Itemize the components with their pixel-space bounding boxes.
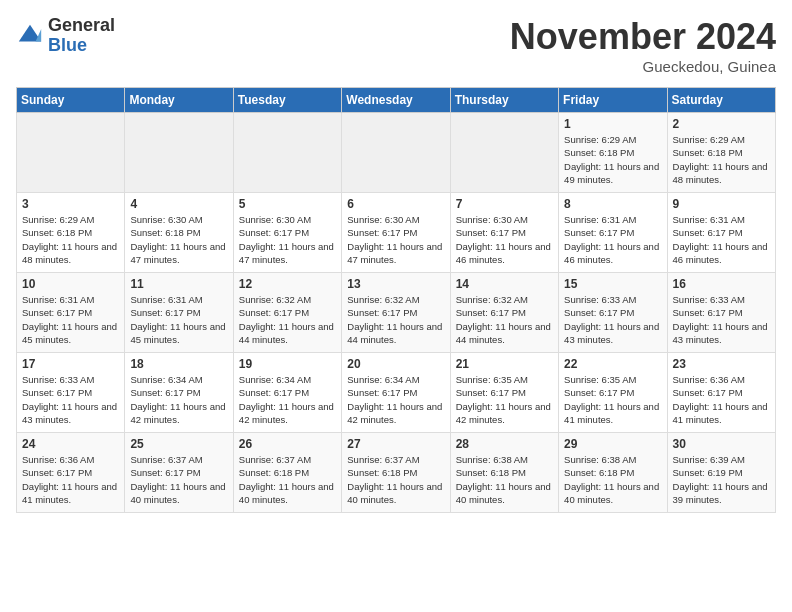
day-number: 18 xyxy=(130,357,227,371)
calendar-week-row: 1Sunrise: 6:29 AM Sunset: 6:18 PM Daylig… xyxy=(17,113,776,193)
day-number: 28 xyxy=(456,437,553,451)
day-info: Sunrise: 6:37 AM Sunset: 6:18 PM Dayligh… xyxy=(239,453,336,506)
day-number: 11 xyxy=(130,277,227,291)
day-number: 1 xyxy=(564,117,661,131)
day-info: Sunrise: 6:33 AM Sunset: 6:17 PM Dayligh… xyxy=(673,293,770,346)
calendar-table: Sunday Monday Tuesday Wednesday Thursday… xyxy=(16,87,776,513)
day-number: 8 xyxy=(564,197,661,211)
day-info: Sunrise: 6:34 AM Sunset: 6:17 PM Dayligh… xyxy=(239,373,336,426)
table-row: 29Sunrise: 6:38 AM Sunset: 6:18 PM Dayli… xyxy=(559,433,667,513)
day-number: 9 xyxy=(673,197,770,211)
day-info: Sunrise: 6:37 AM Sunset: 6:18 PM Dayligh… xyxy=(347,453,444,506)
table-row: 4Sunrise: 6:30 AM Sunset: 6:18 PM Daylig… xyxy=(125,193,233,273)
day-info: Sunrise: 6:38 AM Sunset: 6:18 PM Dayligh… xyxy=(564,453,661,506)
day-info: Sunrise: 6:29 AM Sunset: 6:18 PM Dayligh… xyxy=(22,213,119,266)
col-tuesday: Tuesday xyxy=(233,88,341,113)
logo-general-text: General xyxy=(48,16,115,36)
table-row: 21Sunrise: 6:35 AM Sunset: 6:17 PM Dayli… xyxy=(450,353,558,433)
day-number: 16 xyxy=(673,277,770,291)
table-row xyxy=(233,113,341,193)
day-number: 21 xyxy=(456,357,553,371)
day-info: Sunrise: 6:29 AM Sunset: 6:18 PM Dayligh… xyxy=(564,133,661,186)
day-number: 14 xyxy=(456,277,553,291)
month-title: November 2024 xyxy=(510,16,776,58)
calendar-week-row: 10Sunrise: 6:31 AM Sunset: 6:17 PM Dayli… xyxy=(17,273,776,353)
calendar-week-row: 17Sunrise: 6:33 AM Sunset: 6:17 PM Dayli… xyxy=(17,353,776,433)
day-number: 30 xyxy=(673,437,770,451)
logo-blue-text: Blue xyxy=(48,36,115,56)
calendar-week-row: 3Sunrise: 6:29 AM Sunset: 6:18 PM Daylig… xyxy=(17,193,776,273)
table-row xyxy=(342,113,450,193)
day-number: 5 xyxy=(239,197,336,211)
day-info: Sunrise: 6:32 AM Sunset: 6:17 PM Dayligh… xyxy=(239,293,336,346)
page-header: General Blue November 2024 Gueckedou, Gu… xyxy=(16,16,776,75)
table-row xyxy=(125,113,233,193)
table-row: 10Sunrise: 6:31 AM Sunset: 6:17 PM Dayli… xyxy=(17,273,125,353)
day-number: 6 xyxy=(347,197,444,211)
table-row: 26Sunrise: 6:37 AM Sunset: 6:18 PM Dayli… xyxy=(233,433,341,513)
day-number: 15 xyxy=(564,277,661,291)
table-row xyxy=(17,113,125,193)
day-info: Sunrise: 6:32 AM Sunset: 6:17 PM Dayligh… xyxy=(456,293,553,346)
day-info: Sunrise: 6:30 AM Sunset: 6:17 PM Dayligh… xyxy=(456,213,553,266)
table-row: 17Sunrise: 6:33 AM Sunset: 6:17 PM Dayli… xyxy=(17,353,125,433)
day-info: Sunrise: 6:39 AM Sunset: 6:19 PM Dayligh… xyxy=(673,453,770,506)
day-number: 25 xyxy=(130,437,227,451)
day-info: Sunrise: 6:35 AM Sunset: 6:17 PM Dayligh… xyxy=(564,373,661,426)
day-info: Sunrise: 6:35 AM Sunset: 6:17 PM Dayligh… xyxy=(456,373,553,426)
table-row: 9Sunrise: 6:31 AM Sunset: 6:17 PM Daylig… xyxy=(667,193,775,273)
table-row xyxy=(450,113,558,193)
day-number: 13 xyxy=(347,277,444,291)
day-info: Sunrise: 6:30 AM Sunset: 6:17 PM Dayligh… xyxy=(347,213,444,266)
day-number: 27 xyxy=(347,437,444,451)
title-block: November 2024 Gueckedou, Guinea xyxy=(510,16,776,75)
day-number: 23 xyxy=(673,357,770,371)
col-thursday: Thursday xyxy=(450,88,558,113)
day-number: 4 xyxy=(130,197,227,211)
day-number: 12 xyxy=(239,277,336,291)
day-number: 26 xyxy=(239,437,336,451)
calendar-week-row: 24Sunrise: 6:36 AM Sunset: 6:17 PM Dayli… xyxy=(17,433,776,513)
day-info: Sunrise: 6:29 AM Sunset: 6:18 PM Dayligh… xyxy=(673,133,770,186)
day-info: Sunrise: 6:30 AM Sunset: 6:17 PM Dayligh… xyxy=(239,213,336,266)
table-row: 5Sunrise: 6:30 AM Sunset: 6:17 PM Daylig… xyxy=(233,193,341,273)
day-info: Sunrise: 6:34 AM Sunset: 6:17 PM Dayligh… xyxy=(130,373,227,426)
col-sunday: Sunday xyxy=(17,88,125,113)
day-info: Sunrise: 6:33 AM Sunset: 6:17 PM Dayligh… xyxy=(22,373,119,426)
day-number: 17 xyxy=(22,357,119,371)
day-number: 24 xyxy=(22,437,119,451)
day-number: 19 xyxy=(239,357,336,371)
day-number: 22 xyxy=(564,357,661,371)
table-row: 24Sunrise: 6:36 AM Sunset: 6:17 PM Dayli… xyxy=(17,433,125,513)
day-number: 2 xyxy=(673,117,770,131)
logo: General Blue xyxy=(16,16,115,56)
table-row: 1Sunrise: 6:29 AM Sunset: 6:18 PM Daylig… xyxy=(559,113,667,193)
table-row: 15Sunrise: 6:33 AM Sunset: 6:17 PM Dayli… xyxy=(559,273,667,353)
table-row: 13Sunrise: 6:32 AM Sunset: 6:17 PM Dayli… xyxy=(342,273,450,353)
table-row: 18Sunrise: 6:34 AM Sunset: 6:17 PM Dayli… xyxy=(125,353,233,433)
day-number: 7 xyxy=(456,197,553,211)
table-row: 19Sunrise: 6:34 AM Sunset: 6:17 PM Dayli… xyxy=(233,353,341,433)
day-info: Sunrise: 6:36 AM Sunset: 6:17 PM Dayligh… xyxy=(673,373,770,426)
day-info: Sunrise: 6:31 AM Sunset: 6:17 PM Dayligh… xyxy=(22,293,119,346)
table-row: 11Sunrise: 6:31 AM Sunset: 6:17 PM Dayli… xyxy=(125,273,233,353)
day-number: 10 xyxy=(22,277,119,291)
table-row: 27Sunrise: 6:37 AM Sunset: 6:18 PM Dayli… xyxy=(342,433,450,513)
col-saturday: Saturday xyxy=(667,88,775,113)
table-row: 8Sunrise: 6:31 AM Sunset: 6:17 PM Daylig… xyxy=(559,193,667,273)
day-number: 29 xyxy=(564,437,661,451)
table-row: 6Sunrise: 6:30 AM Sunset: 6:17 PM Daylig… xyxy=(342,193,450,273)
table-row: 25Sunrise: 6:37 AM Sunset: 6:17 PM Dayli… xyxy=(125,433,233,513)
day-info: Sunrise: 6:30 AM Sunset: 6:18 PM Dayligh… xyxy=(130,213,227,266)
table-row: 12Sunrise: 6:32 AM Sunset: 6:17 PM Dayli… xyxy=(233,273,341,353)
day-number: 3 xyxy=(22,197,119,211)
table-row: 7Sunrise: 6:30 AM Sunset: 6:17 PM Daylig… xyxy=(450,193,558,273)
col-wednesday: Wednesday xyxy=(342,88,450,113)
table-row: 22Sunrise: 6:35 AM Sunset: 6:17 PM Dayli… xyxy=(559,353,667,433)
day-number: 20 xyxy=(347,357,444,371)
table-row: 14Sunrise: 6:32 AM Sunset: 6:17 PM Dayli… xyxy=(450,273,558,353)
day-info: Sunrise: 6:38 AM Sunset: 6:18 PM Dayligh… xyxy=(456,453,553,506)
table-row: 20Sunrise: 6:34 AM Sunset: 6:17 PM Dayli… xyxy=(342,353,450,433)
calendar-header-row: Sunday Monday Tuesday Wednesday Thursday… xyxy=(17,88,776,113)
table-row: 23Sunrise: 6:36 AM Sunset: 6:17 PM Dayli… xyxy=(667,353,775,433)
